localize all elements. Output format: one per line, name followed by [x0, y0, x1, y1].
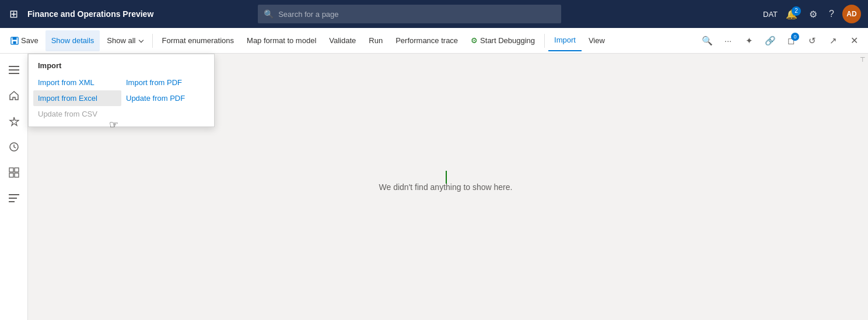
nav-hamburger[interactable] — [2, 58, 26, 82]
link-button[interactable]: 🔗 — [761, 31, 779, 50]
dropdown-header: Import — [29, 59, 214, 75]
search-icon: 🔍 — [264, 9, 274, 19]
start-debugging-button[interactable]: ⚙ Start Debugging — [465, 30, 541, 51]
separator-1 — [152, 34, 153, 48]
svg-rect-5 — [9, 73, 19, 74]
svg-rect-7 — [9, 168, 13, 172]
view-label: View — [589, 36, 605, 45]
import-from-pdf[interactable]: Import from PDF — [121, 75, 209, 90]
more-options-button[interactable]: ··· — [719, 31, 737, 50]
import-tab-button[interactable]: Import — [548, 30, 582, 51]
search-bar[interactable]: 🔍 — [258, 5, 561, 23]
svg-rect-8 — [15, 168, 19, 172]
debug-icon: ⚙ — [471, 36, 478, 45]
run-button[interactable]: Run — [363, 30, 388, 51]
svg-rect-9 — [9, 173, 13, 177]
nav-favorites[interactable] — [2, 110, 26, 133]
badge-count: 0 — [791, 33, 799, 41]
map-format-label: Map format to model — [247, 36, 316, 45]
nav-recent[interactable] — [2, 135, 26, 159]
show-all-label: Show all — [107, 36, 135, 45]
top-bar-right: DAT 🔔 2 ⚙ ? AD — [763, 5, 861, 23]
ribbon: Save Show details Show all Format enumer… — [0, 28, 868, 54]
show-details-label: Show details — [51, 36, 94, 45]
search-input[interactable] — [278, 10, 555, 19]
performance-trace-label: Performance trace — [396, 36, 458, 45]
import-dropdown: Import Import from XML Import from PDF I… — [28, 54, 215, 127]
dropdown-grid: Import from XML Import from PDF Import f… — [29, 75, 214, 122]
view-button[interactable]: View — [583, 30, 611, 51]
save-label: Save — [21, 36, 38, 45]
user-company-code: DAT — [763, 10, 778, 19]
notification-badge: 2 — [792, 6, 801, 16]
import-label: Import — [554, 36, 576, 44]
chevron-down-icon — [138, 37, 143, 42]
nav-modules[interactable] — [2, 187, 26, 210]
svg-rect-13 — [9, 201, 15, 202]
validate-label: Validate — [329, 36, 356, 45]
badge-button[interactable]: ◻ 0 — [782, 31, 800, 50]
import-from-excel[interactable]: Import from Excel — [33, 90, 121, 106]
help-icon[interactable]: ? — [825, 6, 838, 22]
close-button[interactable]: ✕ — [845, 31, 863, 50]
run-label: Run — [369, 36, 383, 45]
update-from-csv: Update from CSV — [33, 106, 121, 122]
svg-rect-2 — [13, 41, 16, 43]
svg-rect-12 — [9, 198, 17, 199]
settings-icon[interactable]: ⚙ — [806, 6, 821, 22]
right-scrollbar[interactable]: ⊤ — [863, 54, 868, 320]
update-from-pdf[interactable]: Update from PDF — [121, 90, 209, 106]
top-bar: ⊞ Finance and Operations Preview 🔍 DAT 🔔… — [0, 0, 868, 28]
show-all-button[interactable]: Show all — [101, 30, 148, 51]
format-enumerations-button[interactable]: Format enumerations — [156, 30, 240, 51]
performance-trace-button[interactable]: Performance trace — [390, 30, 464, 51]
svg-rect-11 — [9, 194, 19, 195]
nav-workspaces[interactable] — [2, 161, 26, 184]
app-title: Finance and Operations Preview — [27, 9, 153, 19]
external-link-button[interactable]: ↗ — [824, 31, 842, 50]
svg-rect-1 — [13, 37, 17, 39]
svg-rect-4 — [9, 69, 19, 71]
refresh-button[interactable]: ↺ — [803, 31, 821, 50]
separator-2 — [544, 34, 545, 48]
left-nav — [0, 54, 28, 320]
map-format-button[interactable]: Map format to model — [241, 30, 322, 51]
pin-icon: ⊤ — [860, 56, 866, 64]
start-debugging-label: Start Debugging — [480, 36, 535, 45]
nav-home[interactable] — [2, 84, 26, 107]
personalize-button[interactable]: ✦ — [740, 31, 758, 50]
app-layout: Import Import from XML Import from PDF I… — [0, 54, 868, 320]
cursor-line — [446, 171, 447, 184]
format-enumerations-label: Format enumerations — [162, 36, 235, 45]
show-details-button[interactable]: Show details — [46, 30, 100, 51]
notification-icon[interactable]: 🔔 2 — [782, 6, 801, 22]
user-avatar[interactable]: AD — [842, 5, 861, 23]
import-from-xml[interactable]: Import from XML — [33, 75, 121, 90]
svg-rect-3 — [9, 66, 19, 67]
validate-button[interactable]: Validate — [323, 30, 362, 51]
search-ribbon-button[interactable]: 🔍 — [698, 31, 716, 50]
save-button[interactable]: Save — [5, 30, 44, 51]
svg-rect-10 — [15, 173, 19, 177]
waffle-icon[interactable]: ⊞ — [7, 5, 20, 23]
ribbon-right-icons: 🔍 ··· ✦ 🔗 ◻ 0 ↺ ↗ ✕ — [698, 31, 863, 50]
